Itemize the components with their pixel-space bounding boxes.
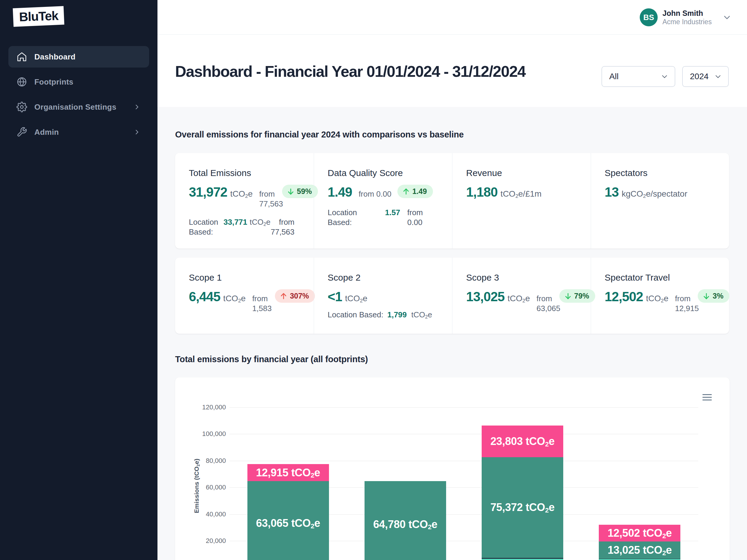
user-menu[interactable]: BS John Smith Acme Industries: [640, 0, 731, 35]
chart-heading: Total emissions by financial year (all f…: [175, 354, 368, 364]
avatar: BS: [640, 8, 658, 26]
chevron-down-icon: [715, 73, 722, 80]
arrow-down-icon: [564, 292, 572, 300]
kpi-value: 12,502: [605, 289, 643, 304]
chevron-right-icon: [134, 104, 140, 110]
location-based-label: Location Based:: [328, 310, 383, 319]
kpi-value: 1,180: [466, 185, 497, 199]
kpi-value: 6,445: [189, 289, 220, 304]
sidebar-item-label: Dashboard: [34, 52, 76, 61]
kpi-value: <1: [328, 289, 342, 304]
logo-text: BluTek: [19, 9, 58, 25]
change-badge: 307%: [275, 289, 315, 303]
bar-data-label: 13,025 tCO2e: [608, 544, 672, 556]
y-axis-tick-label: 100,000: [193, 430, 226, 438]
kpi-title: Scope 1: [189, 272, 314, 283]
sidebar-item-label: Admin: [34, 128, 59, 137]
kpi-title: Revenue: [466, 168, 591, 178]
bar-data-label: 12,915 tCO2e: [256, 466, 320, 479]
badge-text: 3%: [713, 292, 723, 300]
user-organisation: Acme Industries: [663, 18, 715, 26]
change-badge: 1.49: [397, 185, 433, 198]
change-badge: 79%: [559, 289, 595, 303]
chevron-down-icon[interactable]: [723, 13, 731, 22]
change-badge: 3%: [698, 289, 729, 303]
footprint-filter-value: All: [609, 72, 619, 81]
kpi-card-scope3: Scope 3 13,025 tCO2e from 63,065 79%: [452, 258, 591, 334]
kpi-unit: tCO2e: [345, 294, 367, 303]
location-based-unit: tCO2e: [250, 217, 271, 237]
kpi-unit: tCO2e: [508, 294, 530, 303]
location-based-from: from 77,563: [271, 217, 294, 237]
sidebar-item-label: Footprints: [34, 77, 74, 87]
grid-line: [230, 461, 698, 461]
kpi-card-spectator-travel: Spectator Travel 12,502 tCO2e from 12,91…: [591, 258, 729, 334]
kpi-title: Spectators: [605, 168, 729, 178]
grid-line: [230, 434, 698, 434]
kpi-unit: tCO2e/£1m: [500, 189, 541, 199]
arrow-down-icon: [287, 188, 294, 196]
wrench-icon: [17, 127, 27, 137]
badge-text: 59%: [297, 187, 312, 196]
title-row: Dashboard - Financial Year 01/01/2024 - …: [157, 35, 747, 107]
main-content: Overall emissions for financial year 202…: [157, 107, 747, 560]
sidebar-nav: Dashboard Footprints Organisation Settin…: [8, 46, 149, 147]
kpi-card-scope2: Scope 2 <1 tCO2e Location Based: 1,799 t…: [314, 258, 453, 334]
kpi-title: Data Quality Score: [328, 168, 453, 178]
location-based-row: Location Based: 33,771 tCO2e from 77,563: [189, 217, 300, 237]
sidebar-item-organisation-settings[interactable]: Organisation Settings: [8, 96, 149, 118]
kpi-value: 31,972: [189, 185, 227, 199]
arrow-down-icon: [702, 292, 710, 300]
gear-icon: [17, 102, 27, 112]
bar-segment-scope-1[interactable]: [482, 559, 563, 560]
chevron-down-icon: [661, 73, 668, 80]
home-icon: [17, 51, 27, 62]
sidebar-item-admin[interactable]: Admin: [8, 121, 149, 143]
kpi-title: Total Emissions: [189, 168, 314, 178]
kpi-value: 13: [605, 185, 619, 199]
footprint-filter-select[interactable]: All: [601, 66, 675, 87]
globe-icon: [17, 76, 27, 87]
bar-segment-scope-2[interactable]: [482, 558, 563, 559]
kpi-card-spectators: Spectators 13 kgCO2e/spectator: [591, 153, 729, 249]
location-based-label: Location Based:: [189, 217, 224, 237]
change-badge: 59%: [282, 185, 318, 198]
badge-text: 1.49: [412, 187, 427, 196]
kpi-row-2: Scope 1 6,445 tCO2e from 1,583 307% Scop…: [175, 258, 729, 334]
chevron-right-icon: [134, 129, 140, 135]
grid-line: [230, 407, 698, 408]
kpi-from: from 12,915: [675, 294, 692, 313]
kpi-unit: tCO2e: [230, 189, 253, 199]
kpi-from: from 0.00: [359, 189, 391, 199]
year-filter-value: 2024: [690, 72, 709, 81]
kpi-card-total-emissions: Total Emissions 31,972 tCO2e from 77,563…: [175, 153, 314, 249]
kpi-title: Spectator Travel: [605, 272, 729, 283]
arrow-up-icon: [402, 188, 410, 196]
location-based-value: 1,799: [387, 310, 407, 319]
user-name: John Smith: [663, 9, 715, 18]
bar-data-label: 23,803 tCO2e: [490, 435, 555, 448]
blutek-logo[interactable]: BluTek: [13, 6, 65, 27]
sidebar-item-footprints[interactable]: Footprints: [8, 71, 149, 93]
kpi-unit: tCO2e: [223, 294, 246, 303]
bar-segment-scope-2[interactable]: [599, 559, 680, 559]
kpi-card-data-quality: Data Quality Score 1.49 from 0.00 1.49 L…: [314, 153, 453, 249]
kpi-unit: tCO2e: [646, 294, 668, 303]
bar-data-label: 75,372 tCO2e: [490, 501, 555, 514]
kpi-title: Scope 3: [466, 272, 591, 283]
bar-segment-scope-1[interactable]: [599, 559, 680, 560]
kpi-from: from 77,563: [259, 189, 276, 209]
top-header: BS John Smith Acme Industries: [157, 0, 747, 35]
chart-menu-icon[interactable]: [702, 394, 712, 401]
badge-text: 307%: [290, 292, 309, 300]
bar-data-label: 64,780 tCO2e: [373, 518, 437, 531]
y-axis-tick-label: 120,000: [193, 403, 226, 411]
user-info: John Smith Acme Industries: [663, 9, 715, 26]
location-based-unit: tCO2e: [411, 310, 432, 319]
stacked-bar-chart: 20,00040,00060,00080,000100,000120,000Em…: [175, 377, 730, 560]
location-based-row: Location Based: 1.57 from 0.00: [328, 208, 439, 227]
kpi-value: 13,025: [466, 289, 505, 304]
year-filter-select[interactable]: 2024: [682, 66, 729, 87]
location-based-value: 33,771: [224, 217, 248, 237]
sidebar-item-dashboard[interactable]: Dashboard: [8, 46, 149, 68]
